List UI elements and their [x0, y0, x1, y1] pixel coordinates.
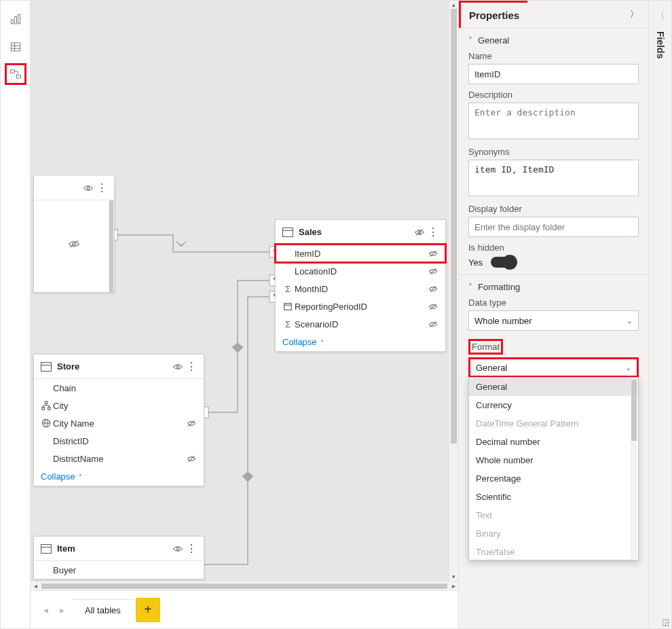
format-option-scientific[interactable]: Scientific: [469, 488, 638, 506]
table-card-sales[interactable]: Sales ⋮ ItemID LocationID Σ MonthID: [275, 219, 446, 352]
format-option-general[interactable]: General: [469, 378, 638, 396]
more-menu-icon[interactable]: ⋮: [185, 365, 198, 368]
hidden-icon[interactable]: [185, 420, 198, 427]
table-card-unknown[interactable]: ⋮: [33, 176, 115, 293]
field-label: ReportingPeriodID: [295, 302, 426, 312]
format-option-decimal[interactable]: Decimal number: [469, 433, 638, 451]
field-locationid[interactable]: LocationID: [276, 262, 445, 280]
svg-marker-16: [232, 343, 243, 353]
properties-panel: Properties 〉 ˄General Name Description S…: [458, 1, 648, 628]
format-option-currency[interactable]: Currency: [469, 396, 638, 414]
hidden-icon[interactable]: [426, 285, 440, 293]
visibility-icon[interactable]: [81, 184, 95, 192]
collapse-link[interactable]: Collapse ˄: [276, 333, 445, 351]
expand-fields-button[interactable]: 〈: [656, 10, 665, 22]
field-chain[interactable]: Chain: [34, 379, 204, 397]
field-buyer[interactable]: Buyer: [34, 561, 204, 579]
format-select[interactable]: General ⌄: [468, 357, 639, 378]
field-label: DistrictID: [53, 436, 185, 446]
is-hidden-toggle[interactable]: [491, 257, 517, 268]
more-menu-icon[interactable]: ⋮: [185, 547, 198, 550]
hidden-icon[interactable]: [426, 250, 440, 257]
label-name: Name: [468, 51, 639, 61]
field-scenarioid[interactable]: Σ ScenarioID: [276, 315, 445, 333]
report-view-button[interactable]: [5, 9, 26, 31]
field-label: Chain: [53, 383, 185, 393]
section-head-formatting[interactable]: ˄Formatting: [468, 282, 639, 292]
page-tab-all-tables[interactable]: All tables: [73, 599, 133, 621]
hidden-icon[interactable]: [426, 303, 440, 310]
synonyms-input[interactable]: item ID, ItemID: [468, 160, 639, 196]
field-city[interactable]: City: [34, 397, 204, 414]
model-view-button[interactable]: [5, 63, 26, 85]
format-option-text: Text: [469, 506, 638, 524]
table-icon: [281, 228, 295, 237]
sigma-icon: Σ: [281, 284, 295, 294]
svg-point-43: [176, 547, 179, 550]
field-label: Buyer: [53, 565, 185, 575]
name-input[interactable]: [468, 64, 639, 84]
visibility-icon[interactable]: [171, 363, 185, 371]
svg-rect-37: [48, 408, 51, 410]
fields-panel-collapsed[interactable]: 〈 Fields: [648, 1, 671, 628]
format-option-whole[interactable]: Whole number: [469, 451, 638, 469]
hidden-icon[interactable]: [185, 455, 198, 463]
field-label: City Name: [53, 418, 185, 429]
add-page-button[interactable]: +: [136, 598, 160, 622]
section-head-general[interactable]: ˄General: [468, 35, 639, 46]
collapse-link[interactable]: Collapse ˄: [34, 467, 204, 486]
table-card-store[interactable]: Store ⋮ Chain City City Name DistrictID …: [33, 354, 204, 486]
format-option-percentage[interactable]: Percentage: [469, 469, 638, 488]
svg-rect-2: [18, 15, 20, 24]
next-page-button[interactable]: ▸: [54, 602, 70, 618]
select-value: General: [476, 363, 507, 373]
page-bar: ◂ ▸ All tables +: [31, 590, 458, 628]
display-folder-input[interactable]: [468, 217, 639, 237]
collapse-properties-button[interactable]: 〉: [630, 8, 639, 20]
table-header-item: Item ⋮: [34, 537, 204, 561]
model-canvas-wrap: 1 * 1 * * ⋮: [31, 1, 458, 628]
format-option-binary: Binary: [469, 524, 638, 543]
label-description: Description: [468, 90, 639, 100]
canvas-vertical-scrollbar[interactable]: ▴▾: [449, 1, 458, 581]
sigma-icon: Σ: [281, 319, 295, 329]
fields-tab-label: Fields: [655, 31, 666, 58]
field-cityname[interactable]: City Name: [34, 414, 204, 432]
hidden-icon[interactable]: [426, 268, 440, 275]
label-is-hidden: Is hidden: [468, 242, 639, 253]
section-title: General: [478, 35, 509, 46]
field-label: DistrictName: [53, 454, 185, 464]
hidden-icon[interactable]: [413, 228, 426, 236]
calendar-icon: [281, 302, 295, 311]
dropdown-scrollbar[interactable]: [631, 378, 637, 559]
data-type-select[interactable]: Whole number ⌄: [468, 310, 639, 331]
field-districtid[interactable]: DistrictID: [34, 432, 204, 450]
description-input[interactable]: [468, 103, 639, 139]
model-icon: [10, 68, 22, 80]
canvas-horizontal-scrollbar[interactable]: ◂▸: [31, 581, 458, 590]
field-districtname[interactable]: DistrictName: [34, 450, 204, 467]
table-icon: [39, 362, 53, 372]
section-general: ˄General Name Description Synonyms item …: [459, 28, 648, 274]
field-reportingperiodid[interactable]: ReportingPeriodID: [276, 298, 445, 315]
table-card-item[interactable]: Item ⋮ Buyer: [33, 536, 204, 579]
field-itemid[interactable]: ItemID: [276, 245, 445, 262]
svg-point-22: [87, 187, 90, 190]
globe-icon: [39, 418, 53, 428]
svg-point-34: [176, 365, 179, 368]
format-option-truefalse: True/false: [469, 543, 638, 560]
visibility-icon[interactable]: [171, 545, 185, 553]
field-monthid[interactable]: Σ MonthID: [276, 280, 445, 298]
svg-marker-19: [242, 472, 253, 482]
table-title: Sales: [299, 227, 413, 237]
prev-page-button[interactable]: ◂: [37, 602, 54, 618]
hidden-icon[interactable]: [426, 321, 440, 328]
model-canvas[interactable]: 1 * 1 * * ⋮: [31, 1, 458, 590]
svg-rect-3: [11, 43, 20, 51]
data-view-button[interactable]: [5, 36, 26, 58]
more-menu-icon[interactable]: ⋮: [426, 231, 440, 234]
table-title: Item: [57, 543, 171, 554]
more-menu-icon[interactable]: ⋮: [95, 187, 109, 190]
resize-handle-icon[interactable]: ◲: [660, 617, 670, 627]
card-scrollbar[interactable]: [109, 200, 114, 292]
